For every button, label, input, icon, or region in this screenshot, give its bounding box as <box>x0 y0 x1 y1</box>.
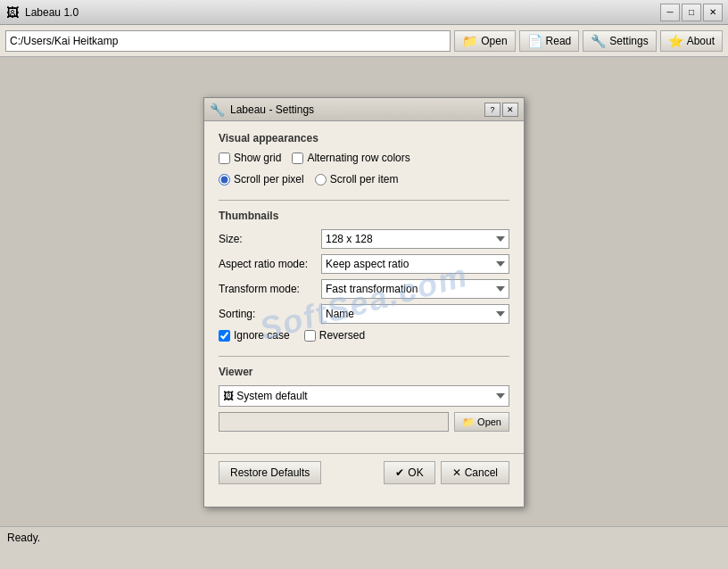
scroll-item-radio[interactable] <box>315 174 327 186</box>
open-button[interactable]: 📁 Open <box>454 30 515 52</box>
dialog-title: Labeau - Settings <box>230 103 484 116</box>
about-icon: ⭐ <box>668 34 683 48</box>
viewer-select[interactable]: 🖼 System default Custom <box>219 385 509 407</box>
aspect-label: Aspect ratio mode: <box>219 258 321 270</box>
viewer-open-label: Open <box>477 416 501 427</box>
sorting-row: Sorting: Name Date Size Type <box>219 304 509 324</box>
sorting-label: Sorting: <box>219 308 321 320</box>
footer-right-buttons: ✔ OK ✕ Cancel <box>384 461 509 484</box>
reversed-checkbox[interactable] <box>304 330 316 342</box>
title-bar: 🖼 Labeau 1.0 ─ □ ✕ <box>0 0 728 25</box>
reversed-label[interactable]: Reversed <box>319 329 365 342</box>
app-icon: 🖼 <box>5 5 20 20</box>
dialog-icon: 🔧 <box>210 103 225 117</box>
alternating-row: Alternating row colors <box>292 152 410 164</box>
transform-label: Transform mode: <box>219 283 321 295</box>
separator-2 <box>219 356 509 357</box>
open-icon: 📁 <box>462 34 477 48</box>
ignore-case-checkbox[interactable] <box>219 330 230 342</box>
visual-checkboxes-row: Show grid Alternating row colors <box>219 152 509 169</box>
scroll-item-label[interactable]: Scroll per item <box>330 173 399 186</box>
cancel-label: Cancel <box>465 466 498 479</box>
visual-section-title: Visual appearances <box>219 132 509 144</box>
viewer-path-row: 📁 Open <box>219 412 509 432</box>
size-select[interactable]: 128 x 128 64 x 64 96 x 96 192 x 192 256 … <box>321 229 509 249</box>
status-text: Ready. <box>7 532 40 544</box>
scroll-pixel-radio[interactable] <box>219 174 230 186</box>
transform-select[interactable]: Fast transformation Smooth transformatio… <box>321 279 509 299</box>
restore-label: Restore Defaults <box>230 466 310 479</box>
sorting-select[interactable]: Name Date Size Type <box>321 304 509 324</box>
cancel-icon: ✕ <box>452 466 461 479</box>
scroll-item-row: Scroll per item <box>315 173 399 186</box>
dialog-help-button[interactable]: ? <box>484 103 500 117</box>
visual-radio-row: Scroll per pixel Scroll per item <box>219 173 509 191</box>
viewer-open-button[interactable]: 📁 Open <box>454 412 509 432</box>
dialog-body: Visual appearances Show grid Alternating… <box>204 121 524 446</box>
size-label: Size: <box>219 233 321 245</box>
scroll-pixel-label[interactable]: Scroll per pixel <box>234 173 304 186</box>
dialog-footer: Restore Defaults ✔ OK ✕ Cancel <box>204 453 524 491</box>
status-bar: Ready. <box>0 526 728 548</box>
dialog-overlay: 🔧 Labeau - Settings ? ✕ Visual appearanc… <box>0 57 728 548</box>
sort-options-row: Ignore case Reversed <box>219 329 509 347</box>
maximize-button[interactable]: □ <box>682 4 701 21</box>
size-row: Size: 128 x 128 64 x 64 96 x 96 192 x 19… <box>219 229 509 249</box>
alternating-label[interactable]: Alternating row colors <box>307 152 410 164</box>
app-title: Labeau 1.0 <box>25 6 660 19</box>
dialog-title-bar: 🔧 Labeau - Settings ? ✕ <box>204 98 524 121</box>
show-grid-checkbox[interactable] <box>219 153 230 164</box>
settings-icon: 🔧 <box>591 34 606 48</box>
viewer-path-input[interactable] <box>219 412 449 432</box>
toolbar: 📁 Open 📄 Read 🔧 Settings ⭐ About <box>0 25 728 57</box>
dialog-close-button[interactable]: ✕ <box>502 103 518 117</box>
reversed-row: Reversed <box>304 329 365 342</box>
title-bar-buttons: ─ □ ✕ <box>660 4 723 21</box>
transform-row: Transform mode: Fast transformation Smoo… <box>219 279 509 299</box>
separator-1 <box>219 200 509 201</box>
ok-label: OK <box>408 466 423 479</box>
viewer-section-title: Viewer <box>219 366 509 378</box>
alternating-checkbox[interactable] <box>292 153 303 164</box>
aspect-select[interactable]: Keep aspect ratio Ignore aspect ratio Ex… <box>321 254 509 274</box>
scroll-pixel-row: Scroll per pixel <box>219 173 304 186</box>
aspect-row: Aspect ratio mode: Keep aspect ratio Ign… <box>219 254 509 274</box>
ok-icon: ✔ <box>395 466 404 479</box>
path-input[interactable] <box>5 30 451 52</box>
ignore-case-row: Ignore case <box>219 329 290 342</box>
settings-dialog: 🔧 Labeau - Settings ? ✕ Visual appearanc… <box>203 97 525 507</box>
settings-button[interactable]: 🔧 Settings <box>583 30 656 52</box>
main-area: SoftSea.com 🔧 Labeau - Settings ? ✕ Visu… <box>0 57 728 548</box>
show-grid-row: Show grid <box>219 152 281 164</box>
ignore-case-label[interactable]: Ignore case <box>234 329 290 342</box>
dialog-title-buttons: ? ✕ <box>484 103 518 117</box>
about-button[interactable]: ⭐ About <box>660 30 723 52</box>
minimize-button[interactable]: ─ <box>660 4 680 21</box>
viewer-folder-icon: 📁 <box>462 416 475 428</box>
read-icon: 📄 <box>527 34 542 48</box>
ok-button[interactable]: ✔ OK <box>384 461 434 484</box>
close-button[interactable]: ✕ <box>703 4 723 21</box>
read-button[interactable]: 📄 Read <box>519 30 580 52</box>
thumbnails-section-title: Thumbnails <box>219 210 509 222</box>
show-grid-label[interactable]: Show grid <box>234 152 281 164</box>
restore-defaults-button[interactable]: Restore Defaults <box>219 461 321 484</box>
cancel-button[interactable]: ✕ Cancel <box>441 461 509 484</box>
